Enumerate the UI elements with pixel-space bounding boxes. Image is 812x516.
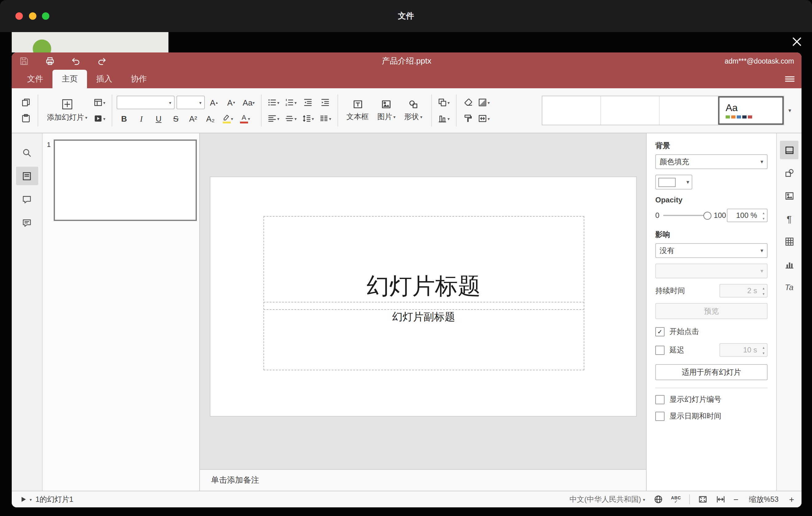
opacity-spinner[interactable]: 100 % ▲ ▼ — [727, 209, 767, 222]
spinner-arrows[interactable]: ▲ ▼ — [762, 286, 765, 296]
image-settings-tab[interactable] — [780, 187, 799, 205]
increase-font-button[interactable]: A ▲ — [206, 96, 222, 109]
tab-collaboration[interactable]: 协作 — [121, 70, 156, 88]
opacity-slider[interactable] — [663, 215, 707, 216]
insert-image-button[interactable]: 图片 ▾ — [373, 97, 400, 123]
language-select[interactable]: 中文(中华人民共和国) ▾ — [570, 494, 645, 505]
zoom-out-button[interactable]: − — [733, 494, 738, 504]
subscript-button[interactable]: A₂ — [203, 112, 218, 125]
underline-button[interactable]: U — [151, 112, 166, 125]
undo-button[interactable] — [71, 56, 81, 66]
delay-spinner[interactable]: 10 s ▲ ▼ — [720, 343, 767, 357]
theme-option-3[interactable] — [660, 96, 718, 125]
search-panel-button[interactable] — [16, 143, 38, 162]
arrange-shapes-button[interactable]: ▾ — [436, 96, 451, 109]
copy-button[interactable] — [18, 96, 33, 109]
effect-variant-select[interactable]: ▾ — [655, 263, 767, 278]
slides-panel-button[interactable] — [16, 167, 38, 185]
spinner-arrows[interactable]: ▲ ▼ — [762, 346, 765, 355]
chevron-down-icon: ▾ — [277, 116, 280, 121]
slide-layout-button[interactable]: ▾ — [92, 96, 107, 109]
background-fill-select[interactable]: 颜色填充 ▾ — [655, 154, 767, 169]
bold-button[interactable]: B — [116, 112, 132, 125]
theme-gallery-expand-button[interactable]: ▾ — [784, 96, 795, 125]
comments-panel-button[interactable] — [16, 190, 38, 209]
start-on-click-checkbox[interactable]: ✓ — [655, 327, 665, 336]
tab-home[interactable]: 主页 — [53, 70, 87, 88]
chat-panel-button[interactable] — [16, 213, 38, 232]
vertical-align-button[interactable]: ▾ — [283, 112, 298, 125]
highlight-color-button[interactable]: ▾ — [220, 112, 235, 125]
canvas-view[interactable]: 幻灯片标题 幻灯片副标题 — [200, 133, 646, 469]
effect-select[interactable]: 没有 ▾ — [655, 243, 767, 258]
table-settings-tab[interactable] — [780, 232, 799, 251]
slide-thumbnail-1[interactable] — [54, 140, 197, 221]
decrease-indent-button[interactable] — [300, 96, 316, 109]
slide[interactable]: 幻灯片标题 幻灯片副标题 — [210, 177, 636, 416]
spinner-arrows[interactable]: ▲ ▼ — [762, 211, 765, 220]
redo-button[interactable] — [97, 56, 107, 66]
fit-to-slide-button[interactable] — [698, 494, 707, 504]
textart-settings-tab[interactable]: Ta — [780, 278, 799, 296]
clear-style-button[interactable] — [461, 96, 476, 109]
print-button[interactable] — [45, 56, 55, 66]
fit-to-width-button[interactable] — [716, 494, 725, 504]
superscript-button[interactable]: A² — [185, 112, 201, 125]
zoom-in-button[interactable]: + — [789, 494, 794, 504]
zoom-level[interactable]: 缩放%53 — [747, 494, 781, 505]
theme-option-1[interactable] — [542, 96, 601, 125]
font-color-button[interactable]: A ▾ — [237, 112, 253, 125]
apply-to-all-slides-button[interactable]: 适用于所有幻灯片 — [655, 364, 767, 380]
paragraph-settings-tab[interactable]: ¶ — [780, 209, 799, 228]
add-slide-button[interactable]: 添加幻灯片 ▾ — [42, 97, 92, 124]
slide-settings-tab[interactable] — [780, 141, 799, 159]
tab-file[interactable]: 文件 — [18, 70, 53, 88]
opacity-slider-knob[interactable] — [703, 212, 711, 220]
subtitle-placeholder[interactable]: 幻灯片副标题 — [263, 302, 584, 370]
dialog-close-button[interactable] — [791, 36, 802, 47]
title-placeholder[interactable]: 幻灯片标题 — [263, 216, 584, 310]
notes-area[interactable]: 单击添加备注 — [200, 469, 646, 491]
theme-option-2[interactable] — [601, 96, 660, 125]
copy-style-button[interactable] — [461, 112, 476, 125]
increase-indent-button[interactable] — [317, 96, 333, 109]
font-name-select[interactable]: ▾ — [116, 96, 174, 109]
insert-shape-button[interactable]: 形状 ▾ — [400, 97, 427, 123]
horizontal-align-button[interactable]: ▾ — [266, 112, 281, 125]
columns-button[interactable]: ▾ — [317, 112, 333, 125]
bullet-list-button[interactable]: ▾ — [266, 96, 281, 109]
background-color-select[interactable]: ▾ — [655, 175, 692, 190]
chevron-down-icon: ▾ — [788, 108, 791, 113]
menu-button[interactable] — [784, 70, 795, 88]
slide-size-button[interactable]: ▾ — [476, 112, 491, 125]
shape-fill-button[interactable]: ▾ — [476, 96, 491, 109]
preview-button[interactable]: 预览 — [655, 303, 767, 319]
delay-checkbox[interactable] — [655, 345, 665, 354]
line-spacing-button[interactable]: ▾ — [300, 112, 316, 125]
save-button[interactable] — [19, 56, 29, 66]
shape-settings-tab[interactable] — [780, 164, 799, 182]
tab-insert[interactable]: 插入 — [87, 70, 121, 88]
decrease-font-button[interactable]: A ▼ — [224, 96, 239, 109]
start-slideshow-button[interactable]: ▾ — [92, 112, 107, 125]
change-case-button[interactable]: Aa ▾ — [241, 96, 256, 109]
document-language-button[interactable] — [653, 494, 663, 504]
insert-textbox-button[interactable]: 文本框 — [342, 97, 373, 123]
align-shapes-button[interactable]: ▾ — [436, 112, 451, 125]
show-slide-number-checkbox[interactable] — [655, 395, 665, 404]
start-slideshow-status-button[interactable]: ▾ — [19, 495, 32, 504]
chart-settings-tab[interactable] — [780, 255, 799, 274]
theme-option-selected[interactable]: Aa — [718, 96, 784, 125]
show-datetime-checkbox[interactable] — [655, 412, 665, 421]
chart-icon — [784, 259, 794, 269]
spellcheck-button[interactable]: ABC ✓ — [671, 495, 681, 503]
close-traffic-light[interactable] — [16, 12, 23, 20]
paste-button[interactable] — [18, 112, 33, 125]
duration-spinner[interactable]: 2 s ▲ ▼ — [720, 284, 767, 297]
numbered-list-button[interactable]: ▾ — [283, 96, 298, 109]
fullscreen-traffic-light[interactable] — [42, 12, 49, 20]
font-size-select[interactable]: ▾ — [176, 96, 205, 109]
italic-button[interactable]: I — [134, 112, 149, 125]
strikethrough-button[interactable]: S — [168, 112, 183, 125]
minimize-traffic-light[interactable] — [29, 12, 36, 20]
